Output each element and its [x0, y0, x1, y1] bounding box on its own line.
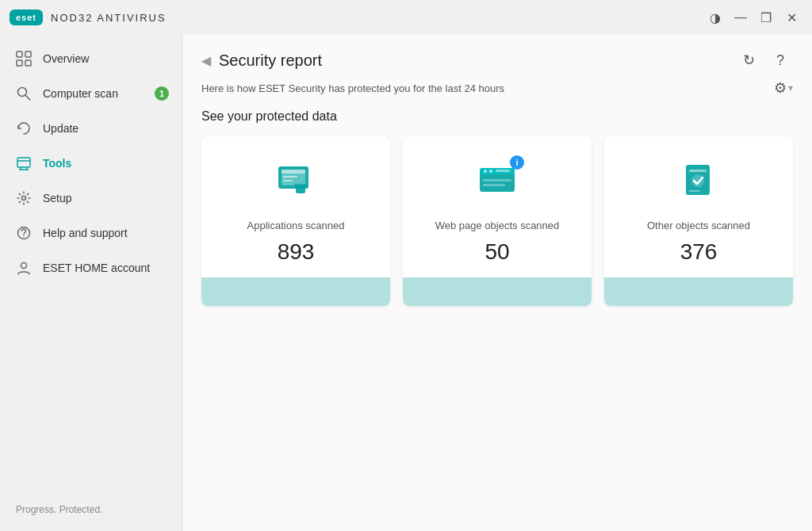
svg-rect-2 [17, 60, 22, 66]
sidebar-footer: Progress. Protected. [0, 495, 182, 525]
eset-logo: eset [10, 10, 43, 25]
svg-point-13 [23, 235, 25, 237]
info-badge: i [510, 155, 524, 170]
svg-rect-21 [283, 180, 293, 181]
content-area: ◀ Security report ↻ ? Here is how ESET S… [182, 35, 812, 531]
other-objects-scanned-value: 376 [680, 239, 718, 265]
subtitle-text: Here is how ESET Security has protected … [201, 82, 504, 94]
webpage-objects-scanned-value: 50 [485, 239, 509, 265]
header-actions: ↻ ? [736, 48, 793, 73]
setup-icon [16, 190, 32, 206]
page-title: Security report [219, 52, 322, 70]
sidebar-item-update-label: Update [43, 122, 79, 135]
back-arrow-icon[interactable]: ◀ [201, 53, 211, 68]
update-icon [16, 120, 32, 136]
webpage-objects-scanned-icon: i [473, 159, 521, 206]
main-area: Overview Computer scan 1 Update [0, 35, 812, 531]
sidebar-item-tools-label: Tools [43, 157, 71, 170]
other-objects-scanned-label: Other objects scanned [647, 219, 750, 233]
svg-point-24 [484, 170, 487, 173]
svg-line-5 [26, 96, 31, 101]
svg-rect-1 [25, 52, 31, 57]
subtitle-bar: Here is how ESET Security has protected … [182, 79, 812, 109]
gear-dropdown-icon: ▾ [788, 82, 793, 94]
applications-scanned-card: Applications scanned 893 [201, 136, 390, 306]
other-objects-scanned-footer [604, 277, 793, 306]
svg-rect-6 [17, 158, 30, 167]
footer-text: Progress. Protected. [16, 504, 102, 515]
svg-rect-19 [294, 184, 307, 187]
sidebar-item-computer-scan[interactable]: Computer scan 1 [0, 76, 182, 111]
svg-rect-26 [496, 170, 510, 172]
section-title: See your protected data [182, 109, 812, 136]
gear-icon: ⚙ [774, 79, 787, 97]
maximize-button[interactable]: ❐ [755, 6, 777, 29]
applications-scanned-icon [272, 159, 320, 206]
webpage-objects-scanned-label: Web page objects scanned [435, 219, 560, 233]
sidebar: Overview Computer scan 1 Update [0, 35, 182, 531]
help-support-icon [16, 225, 32, 241]
applications-scanned-footer [201, 277, 390, 306]
svg-rect-0 [17, 52, 22, 57]
webpage-objects-scanned-footer [403, 277, 592, 306]
webpage-objects-scanned-card: i Web page objects scanned 50 [403, 136, 592, 306]
applications-scanned-label: Applications scanned [247, 219, 345, 233]
svg-rect-27 [483, 179, 511, 181]
sidebar-item-setup[interactable]: Setup [0, 181, 182, 216]
eset-home-icon [16, 260, 32, 276]
minimize-button[interactable]: — [730, 6, 752, 29]
close-button[interactable]: ✕ [780, 6, 802, 29]
svg-rect-30 [689, 170, 707, 172]
svg-point-25 [489, 170, 492, 173]
other-objects-scanned-card: Other objects scanned 376 [604, 136, 793, 306]
content-header: ◀ Security report ↻ ? [182, 35, 812, 79]
sidebar-item-help-support-label: Help and support [43, 227, 128, 239]
svg-point-11 [22, 197, 26, 201]
content-header-left: ◀ Security report [201, 52, 322, 70]
svg-point-14 [21, 263, 27, 269]
applications-scanned-card-body: Applications scanned 893 [201, 136, 390, 277]
title-bar-left: eset NOD32 ANTIVIRUS [10, 10, 167, 25]
sidebar-item-help-support[interactable]: Help and support [0, 216, 182, 250]
sidebar-item-eset-home-label: ESET HOME account [43, 262, 150, 274]
help-button[interactable]: ? [768, 48, 793, 73]
computer-scan-badge: 1 [155, 86, 169, 101]
svg-rect-20 [283, 176, 297, 178]
tools-icon [16, 155, 32, 171]
sidebar-item-update[interactable]: Update [0, 111, 182, 146]
applications-scanned-value: 893 [278, 239, 315, 265]
computer-scan-icon [16, 86, 32, 101]
webpage-objects-scanned-card-body: i Web page objects scanned 50 [403, 136, 592, 277]
refresh-button[interactable]: ↻ [736, 48, 761, 73]
sidebar-item-computer-scan-label: Computer scan [43, 87, 118, 100]
sidebar-item-overview-label: Overview [43, 52, 89, 65]
overview-icon [16, 51, 32, 67]
svg-point-4 [18, 88, 27, 97]
contrast-button[interactable]: ◑ [704, 6, 726, 29]
sidebar-item-eset-home[interactable]: ESET HOME account [0, 250, 182, 285]
other-objects-scanned-icon [675, 159, 722, 206]
sidebar-item-overview[interactable]: Overview [0, 41, 182, 76]
sidebar-item-tools[interactable]: Tools [0, 146, 182, 181]
gear-settings-button[interactable]: ⚙ ▾ [774, 79, 793, 97]
sidebar-item-setup-label: Setup [43, 192, 72, 204]
app-title: NOD32 ANTIVIRUS [51, 12, 167, 24]
svg-rect-3 [25, 60, 31, 66]
other-objects-scanned-card-body: Other objects scanned 376 [604, 136, 793, 277]
title-bar: eset NOD32 ANTIVIRUS ◑ — ❐ ✕ [0, 0, 812, 35]
svg-rect-32 [689, 190, 700, 192]
svg-rect-17 [282, 170, 305, 174]
title-bar-controls: ◑ — ❐ ✕ [704, 6, 802, 29]
cards-container: Applications scanned 893 i [182, 136, 812, 306]
svg-rect-28 [483, 184, 505, 186]
